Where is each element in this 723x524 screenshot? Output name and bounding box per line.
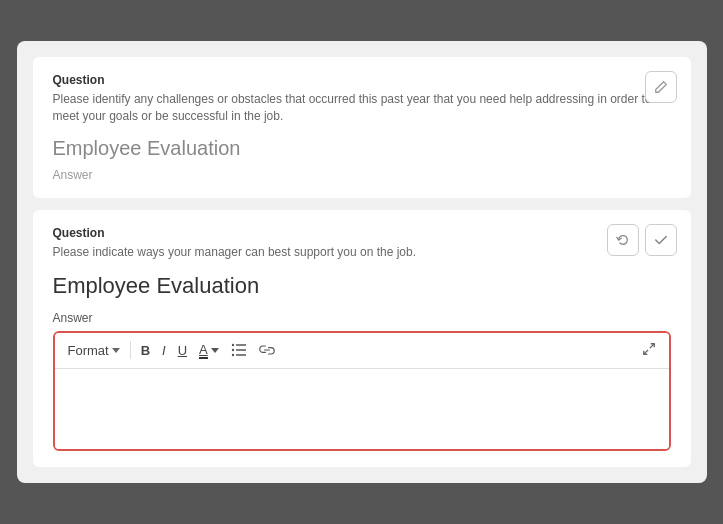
font-color-button[interactable]: A xyxy=(194,339,224,362)
link-button[interactable] xyxy=(254,340,280,360)
format-label: Format xyxy=(68,343,109,358)
rich-text-toolbar: Format B I U A xyxy=(55,333,669,369)
card1-question-text: Please identify any challenges or obstac… xyxy=(53,91,671,125)
undo-button[interactable] xyxy=(607,224,639,256)
list-button[interactable] xyxy=(226,340,252,360)
card1-answer-label: Answer xyxy=(53,168,671,182)
confirm-button[interactable] xyxy=(645,224,677,256)
edit-button[interactable] xyxy=(645,71,677,103)
font-color-label: A xyxy=(199,342,208,359)
format-dropdown-button[interactable]: Format xyxy=(63,340,125,361)
svg-point-4 xyxy=(232,349,234,351)
card1-question-label: Question xyxy=(53,73,671,87)
card-2: Question Please indicate ways your manag… xyxy=(33,210,691,467)
svg-point-3 xyxy=(232,344,234,346)
card2-question-text: Please indicate ways your manager can be… xyxy=(53,244,671,261)
bold-button[interactable]: B xyxy=(136,340,155,361)
card-1: Question Please identify any challenges … xyxy=(33,57,691,198)
editor-content-area[interactable] xyxy=(55,369,669,449)
card1-eval-title: Employee Evaluation xyxy=(53,137,671,160)
answer-box: Format B I U A xyxy=(53,331,671,451)
expand-button[interactable] xyxy=(637,339,661,362)
card1-actions xyxy=(645,71,677,103)
card2-eval-title: Employee Evaluation xyxy=(53,273,671,299)
card2-actions xyxy=(607,224,677,256)
card2-answer-label: Answer xyxy=(53,311,671,325)
toolbar-divider-1 xyxy=(130,341,131,359)
font-color-chevron-icon xyxy=(211,348,219,353)
card2-question-label: Question xyxy=(53,226,671,240)
format-chevron-icon xyxy=(112,348,120,353)
main-window: Question Please identify any challenges … xyxy=(17,41,707,482)
underline-button[interactable]: U xyxy=(173,340,192,361)
svg-point-5 xyxy=(232,354,234,356)
card2-container: Question Please indicate ways your manag… xyxy=(33,210,691,467)
italic-button[interactable]: I xyxy=(157,340,171,361)
